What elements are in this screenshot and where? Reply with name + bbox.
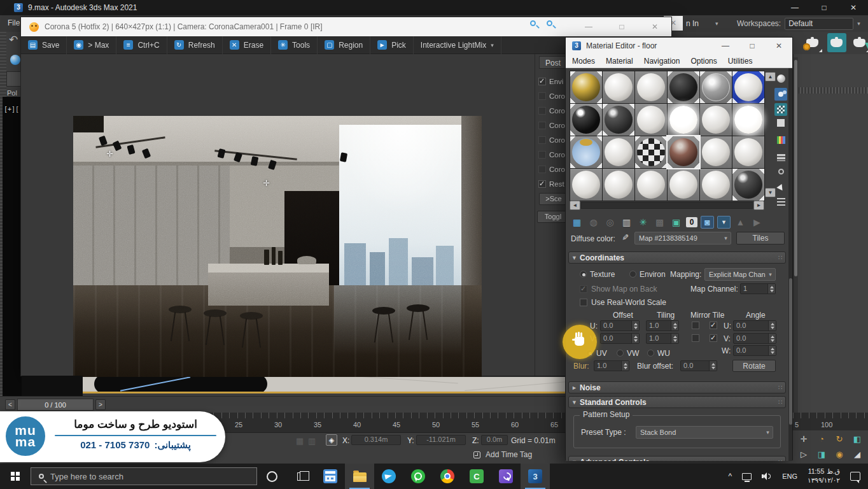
material-slot-7[interactable] (570, 104, 602, 136)
save-button[interactable]: ▤Save (21, 36, 67, 54)
material-slot-9[interactable] (635, 104, 667, 136)
minimize-icon[interactable]: — (572, 22, 605, 31)
mapping-dropdown[interactable]: Explicit Map Channel▾ (704, 268, 776, 281)
menu-utilities[interactable]: Utilities (728, 57, 753, 66)
notification-center-icon[interactable] (850, 472, 860, 481)
rollout-advanced-controls[interactable]: ▼Advanced Controls∷ (568, 456, 786, 461)
material-slot-14[interactable] (603, 136, 634, 168)
zoom-icon[interactable]: ✛ (797, 432, 811, 446)
material-slot-10[interactable] (668, 104, 699, 136)
eyedropper-icon[interactable]: ✎ (620, 234, 630, 241)
search-input[interactable]: Type here to search (31, 467, 257, 485)
rendered-frame-window-icon[interactable] (827, 33, 846, 52)
sample-uv-tiling-icon[interactable] (774, 117, 787, 129)
persian-app-button[interactable] (491, 464, 521, 489)
interactive-lightmix-button[interactable]: Interactive LightMix▾ (414, 36, 501, 54)
tile-v-checkbox[interactable] (710, 334, 717, 342)
rotate-button[interactable]: Rotate (732, 360, 776, 372)
show-map-on-back-checkbox[interactable] (580, 285, 587, 293)
toggle-button[interactable]: Toggl (537, 211, 569, 223)
material-slot-17[interactable] (700, 136, 732, 168)
offset-u-field[interactable]: 0.0 (600, 320, 640, 331)
material-editor-scrollbar[interactable] (788, 68, 792, 461)
material-slot-2[interactable] (603, 71, 634, 103)
material-slot-13[interactable] (570, 136, 602, 168)
rollout-noise[interactable]: ►Noise∷ (568, 381, 786, 393)
tray-chevron-icon[interactable]: ^ (729, 472, 732, 481)
angle-u-field[interactable]: 0.0 (733, 320, 776, 331)
region-button[interactable]: ▢Region (318, 36, 370, 54)
language-indicator[interactable]: ENG (782, 472, 797, 480)
absolute-mode-icon[interactable]: ◈ (326, 434, 337, 446)
corona-titlebar[interactable]: Corona 5 (Hotfix 2) | 640×427px (1:1) | … (21, 17, 671, 36)
file-explorer-button[interactable] (345, 464, 374, 489)
zoom-extents-all-icon[interactable]: ◧ (850, 432, 864, 446)
rollout-standard-controls[interactable]: ▼Standard Controls∷ (568, 396, 786, 408)
reset-map-icon[interactable]: ▥ (620, 216, 633, 229)
menu-options[interactable]: Options (690, 57, 717, 66)
scene-button[interactable]: >Sce (539, 193, 568, 205)
clock[interactable]: 11:55ق.ظ ۱۳۹۹/۱۲/۰۲ (808, 467, 840, 485)
maximize-icon[interactable]: □ (739, 41, 766, 50)
copy-button[interactable]: ≡Ctrl+C (116, 36, 167, 54)
menu-modes[interactable]: Modes (572, 57, 595, 66)
angle-w-field[interactable]: 0.0 (733, 345, 776, 356)
material-slot-18[interactable] (732, 136, 764, 168)
minimize-icon[interactable]: — (712, 41, 739, 50)
tiling-v-field[interactable]: 1.0 (646, 333, 679, 344)
coro-checkbox[interactable] (538, 136, 546, 144)
help-lightbulb-icon[interactable] (10, 55, 20, 65)
orbit-icon[interactable]: ◉ (832, 448, 846, 462)
put-to-scene-icon[interactable]: ◍ (587, 216, 600, 229)
maximize-viewport-icon[interactable]: ◢ (850, 448, 864, 462)
coro-checkbox[interactable] (538, 151, 546, 159)
material-slot-22[interactable] (668, 169, 699, 201)
material-slot-12[interactable] (732, 104, 764, 136)
viewport-label[interactable]: [+][ (4, 106, 19, 113)
menu-material[interactable]: Material (606, 57, 633, 66)
cortana-button[interactable] (257, 464, 286, 489)
material-slot-1[interactable] (570, 71, 602, 103)
workspaces-control[interactable]: Workspaces: Default ▾ (737, 16, 868, 31)
coro-checkbox[interactable] (538, 122, 546, 129)
backlight-icon[interactable] (774, 88, 787, 101)
environ-radio[interactable] (629, 271, 636, 278)
coro-checkbox[interactable] (538, 92, 546, 100)
material-slot-19[interactable] (570, 169, 602, 201)
use-real-world-checkbox[interactable] (580, 299, 587, 306)
material-slot-5[interactable] (700, 71, 732, 103)
material-editor-titlebar[interactable]: 3 Material Editor - floor — □ ✕ (566, 38, 792, 54)
field-of-view-icon[interactable]: ▷ (797, 448, 811, 462)
material-slot-4[interactable] (668, 71, 699, 103)
pick-button[interactable]: ►Pick (370, 36, 414, 54)
tab-post[interactable]: Post (539, 56, 567, 69)
texture-radio[interactable] (580, 271, 587, 278)
envi-checkbox[interactable] (538, 78, 546, 85)
render-production-icon[interactable] (850, 33, 868, 52)
coro-checkbox[interactable] (538, 166, 546, 173)
selection-lock-icon[interactable]: ▦ (296, 436, 304, 446)
menu-navigation[interactable]: Navigation (644, 57, 680, 66)
prev-frame-button[interactable]: < (5, 399, 15, 410)
assign-to-selection-icon[interactable]: ◎ (603, 216, 617, 229)
next-frame-button[interactable]: > (95, 399, 106, 410)
material-map-navigator-icon[interactable] (774, 195, 787, 208)
sample-type-icon[interactable] (774, 72, 787, 85)
whatsapp-button[interactable] (403, 464, 433, 489)
tile-u-checkbox[interactable] (710, 322, 717, 329)
rest-checkbox[interactable] (538, 180, 546, 188)
options-icon[interactable] (774, 165, 787, 178)
mirror-u-checkbox[interactable] (692, 322, 699, 329)
close-icon[interactable]: ✕ (766, 41, 792, 50)
start-button[interactable] (0, 464, 31, 489)
scroll-right-icon[interactable]: ► (753, 201, 764, 210)
background-icon[interactable] (774, 103, 787, 116)
coro-checkbox[interactable] (538, 107, 546, 115)
offset-v-field[interactable]: 0.0 (600, 333, 640, 344)
close-icon[interactable]: ✕ (839, 0, 868, 15)
material-slot-6[interactable] (732, 71, 764, 103)
add-time-tag[interactable]: Add Time Tag (486, 450, 532, 459)
mirror-v-checkbox[interactable] (692, 334, 699, 342)
close-icon[interactable]: ✕ (638, 22, 671, 31)
offset-mode-icon[interactable]: ▥ (308, 436, 316, 446)
